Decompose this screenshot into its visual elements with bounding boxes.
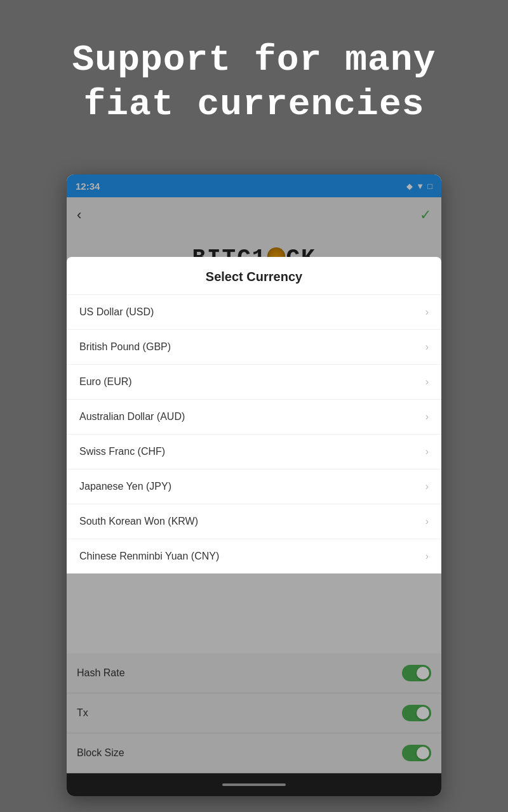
chevron-right-icon: › (425, 376, 429, 388)
list-item[interactable]: Euro (EUR) › (67, 365, 441, 400)
list-item[interactable]: Japanese Yen (JPY) › (67, 469, 441, 504)
list-item[interactable]: US Dollar (USD) › (67, 295, 441, 330)
currency-label: Japanese Yen (JPY) (79, 481, 171, 492)
currency-label: Australian Dollar (AUD) (79, 411, 185, 422)
modal-title: Select Currency (67, 257, 441, 295)
phone-frame: 12:34 ◆ ▼ □ ‹ ✓ BITC1CK Coin - (67, 174, 441, 796)
chevron-right-icon: › (425, 446, 429, 457)
select-currency-dialog: Select Currency US Dollar (USD) › Britis… (67, 257, 441, 573)
chevron-right-icon: › (425, 341, 429, 353)
chevron-right-icon: › (425, 481, 429, 492)
list-item[interactable]: South Korean Won (KRW) › (67, 504, 441, 539)
chevron-right-icon: › (425, 551, 429, 562)
currency-label: Swiss Franc (CHF) (79, 446, 165, 457)
currency-label: Chinese Renminbi Yuan (CNY) (79, 551, 219, 562)
currency-label: US Dollar (USD) (79, 306, 154, 318)
currency-label: British Pound (GBP) (79, 341, 171, 353)
list-item[interactable]: Swiss Franc (CHF) › (67, 435, 441, 469)
list-item[interactable]: Chinese Renminbi Yuan (CNY) › (67, 539, 441, 573)
modal-overlay[interactable]: Select Currency US Dollar (USD) › Britis… (67, 174, 441, 796)
currency-label: Euro (EUR) (79, 376, 132, 388)
headline-line2: fiat currencies (83, 84, 424, 125)
headline: Support for many fiat currencies (0, 0, 508, 152)
currency-label: South Korean Won (KRW) (79, 516, 198, 527)
list-item[interactable]: British Pound (GBP) › (67, 330, 441, 365)
page-background: Support for many fiat currencies 12:34 ◆… (0, 0, 508, 812)
chevron-right-icon: › (425, 516, 429, 527)
list-item[interactable]: Australian Dollar (AUD) › (67, 400, 441, 435)
chevron-right-icon: › (425, 306, 429, 318)
chevron-right-icon: › (425, 411, 429, 422)
headline-line1: Support for many (72, 39, 436, 81)
